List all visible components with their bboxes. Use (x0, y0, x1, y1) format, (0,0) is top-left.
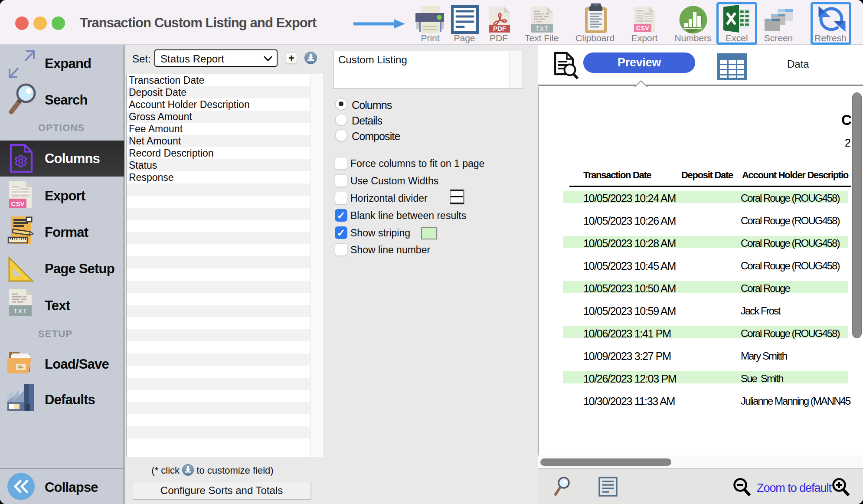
svg-text:TXT: TXT (536, 25, 549, 32)
svg-text:CSV: CSV (11, 200, 25, 207)
svg-text:CSV: CSV (636, 25, 649, 32)
svg-text:PDF: PDF (493, 25, 506, 32)
svg-text:TXT: TXT (13, 307, 27, 314)
